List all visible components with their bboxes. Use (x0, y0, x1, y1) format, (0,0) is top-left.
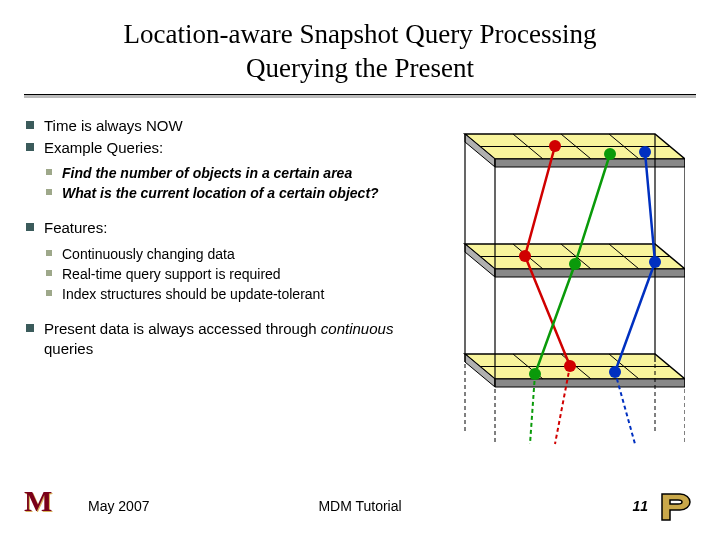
logo-minnesota: M (24, 486, 72, 526)
logo-purdue (656, 486, 696, 526)
bullet-item: Time is always NOW (24, 116, 419, 136)
svg-point-16 (519, 250, 531, 262)
bullet-item: Present data is always accessed through … (24, 319, 419, 360)
title-block: Location-aware Snapshot Query Processing… (24, 18, 696, 86)
sub-bullet-item: Find the number of objects in a certain … (44, 164, 419, 182)
footer-date: May 2007 (88, 498, 149, 514)
slide: Location-aware Snapshot Query Processing… (0, 0, 720, 540)
title-line-2: Querying the Present (24, 52, 696, 86)
svg-point-15 (549, 140, 561, 152)
footer-center: MDM Tutorial (318, 498, 401, 514)
content-area: Time is always NOW Example Queries: Find… (24, 116, 696, 362)
footer: M May 2007 MDM Tutorial 11 (0, 486, 720, 526)
bullet-text: Time is always NOW (44, 117, 183, 134)
sub-bullet-item: What is the current location of a certai… (44, 184, 419, 202)
bullet-text: Features: (44, 219, 107, 236)
bullet-text-em: continuous (321, 320, 394, 337)
sub-bullet-item: Continuously changing data (44, 245, 419, 263)
bullet-text-pre: Present data is always accessed through (44, 320, 321, 337)
sub-list: Find the number of objects in a certain … (44, 164, 419, 202)
sub-list: Continuously changing data Real-time que… (44, 245, 419, 304)
diagram-svg (435, 124, 685, 454)
svg-point-19 (604, 148, 616, 160)
logo-m-glyph: M (24, 486, 72, 516)
bullet-item: Example Queries: Find the number of obje… (24, 138, 419, 203)
bullet-list: Time is always NOW Example Queries: Find… (24, 116, 419, 360)
page-number: 11 (632, 498, 648, 514)
figure-column (427, 116, 696, 362)
sub-bullet-item: Index structures should be update-tolera… (44, 285, 419, 303)
svg-point-20 (569, 258, 581, 270)
bullet-item: Features: Continuously changing data Rea… (24, 218, 419, 303)
bullet-text: Example Queries: (44, 139, 163, 156)
title-line-1: Location-aware Snapshot Query Processing (24, 18, 696, 52)
sub-bullet-item: Real-time query support is required (44, 265, 419, 283)
horizontal-rule (24, 94, 696, 98)
text-column: Time is always NOW Example Queries: Find… (24, 116, 419, 362)
svg-point-23 (639, 146, 651, 158)
svg-point-24 (649, 256, 661, 268)
spatiotemporal-diagram (435, 124, 685, 444)
purdue-icon (656, 486, 696, 526)
bullet-text-post: queries (44, 340, 93, 357)
